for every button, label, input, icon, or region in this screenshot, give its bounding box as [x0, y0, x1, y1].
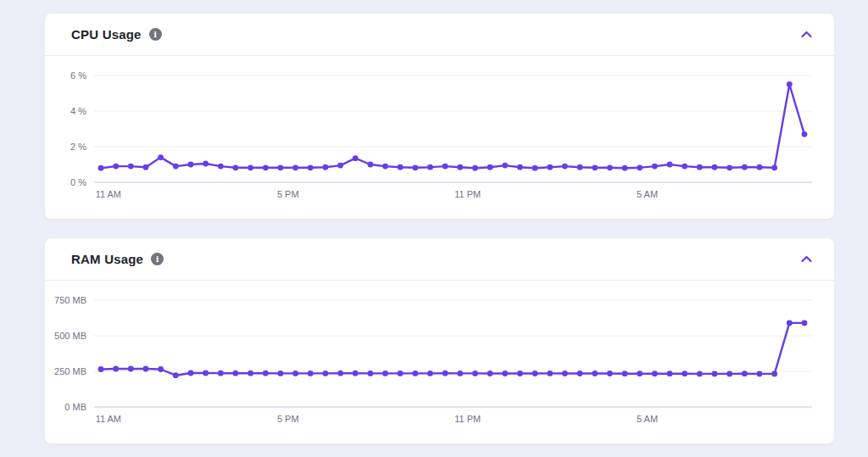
- chevron-up-icon: [801, 255, 812, 263]
- cpu-usage-card: CPU Usage i 0 %2 %4 %6 %11 AM5 PM11 PM5 …: [44, 13, 835, 220]
- ram-collapse-button[interactable]: [798, 252, 815, 266]
- data-point: [173, 164, 179, 170]
- chevron-up-icon: [801, 31, 812, 38]
- data-point: [517, 371, 523, 376]
- data-point: [562, 371, 568, 376]
- data-point: [203, 161, 209, 167]
- data-line: [101, 323, 804, 376]
- data-point: [382, 164, 388, 170]
- data-point: [652, 164, 658, 170]
- data-point: [712, 371, 718, 377]
- data-point: [368, 162, 374, 168]
- data-point: [308, 164, 314, 170]
- data-point: [263, 164, 269, 170]
- data-point: [98, 165, 104, 171]
- data-point: [457, 164, 463, 170]
- y-tick-label: 0 %: [70, 177, 86, 187]
- data-point: [143, 366, 149, 372]
- data-point: [158, 366, 164, 372]
- data-point: [472, 371, 478, 376]
- cpu-usage-chart: 0 %2 %4 %6 %11 AM5 PM11 PM5 AM: [45, 57, 836, 218]
- data-point: [787, 81, 793, 87]
- data-point: [457, 371, 463, 376]
- data-point: [218, 371, 224, 376]
- data-point: [637, 164, 643, 170]
- data-point: [532, 165, 538, 171]
- data-point: [308, 371, 314, 376]
- x-tick-label: 11 PM: [454, 189, 481, 199]
- data-point: [442, 371, 448, 376]
- data-point: [323, 164, 329, 170]
- data-point: [562, 164, 568, 170]
- data-point: [757, 371, 763, 377]
- data-point: [398, 371, 403, 376]
- data-point: [353, 371, 359, 376]
- data-point: [233, 164, 239, 170]
- data-point: [726, 371, 732, 377]
- data-point: [607, 164, 613, 170]
- data-point: [173, 372, 179, 378]
- data-point: [413, 164, 419, 170]
- data-point: [248, 371, 253, 376]
- data-point: [771, 371, 777, 377]
- data-point: [368, 371, 374, 376]
- data-point: [427, 371, 433, 376]
- data-point: [547, 371, 553, 376]
- data-point: [697, 371, 703, 377]
- data-point: [802, 320, 808, 326]
- data-point: [682, 164, 687, 170]
- data-point: [697, 164, 703, 170]
- data-point: [742, 164, 748, 170]
- cpu-collapse-button[interactable]: [798, 27, 815, 42]
- data-point: [113, 366, 119, 372]
- info-icon[interactable]: i: [149, 28, 162, 41]
- data-point: [128, 164, 134, 170]
- data-point: [487, 164, 493, 170]
- data-point: [502, 371, 508, 376]
- data-point: [98, 366, 104, 372]
- data-point: [427, 164, 433, 170]
- data-point: [113, 164, 119, 170]
- y-tick-label: 500 MB: [54, 331, 86, 341]
- x-tick-label: 11 AM: [96, 189, 121, 199]
- data-point: [771, 164, 777, 170]
- data-point: [726, 164, 732, 170]
- data-point: [158, 154, 164, 160]
- data-point: [742, 371, 748, 376]
- cpu-card-header: CPU Usage i: [45, 14, 834, 56]
- x-tick-label: 11 AM: [96, 414, 121, 424]
- data-point: [382, 371, 388, 376]
- data-point: [292, 371, 298, 376]
- data-point: [413, 371, 419, 376]
- info-icon[interactable]: i: [151, 253, 164, 265]
- data-point: [188, 162, 194, 168]
- data-point: [128, 366, 134, 372]
- y-tick-label: 6 %: [70, 70, 86, 81]
- data-point: [682, 371, 687, 376]
- data-point: [637, 371, 643, 376]
- data-line: [101, 85, 804, 169]
- ram-card-title: RAM Usage: [71, 252, 143, 266]
- data-point: [337, 371, 343, 376]
- data-point: [577, 164, 583, 170]
- ram-usage-chart: 0 MB250 MB500 MB750 MB11 AM5 PM11 PM5 AM: [45, 281, 836, 443]
- data-point: [188, 371, 194, 376]
- data-point: [757, 164, 763, 170]
- data-point: [218, 164, 224, 170]
- data-point: [622, 371, 628, 376]
- y-tick-label: 2 %: [70, 142, 86, 152]
- x-tick-label: 5 PM: [277, 189, 299, 199]
- ram-card-header: RAM Usage i: [45, 238, 834, 281]
- ram-usage-card: RAM Usage i 0 MB250 MB500 MB750 MB11 AM5…: [44, 237, 835, 444]
- data-point: [337, 163, 343, 169]
- y-tick-label: 250 MB: [54, 366, 86, 376]
- cpu-card-title: CPU Usage: [71, 27, 142, 42]
- data-point: [802, 131, 808, 137]
- data-point: [292, 164, 298, 170]
- data-point: [353, 155, 359, 161]
- data-point: [323, 371, 329, 376]
- data-point: [607, 371, 613, 376]
- data-point: [248, 164, 253, 170]
- data-point: [263, 371, 269, 376]
- data-point: [577, 371, 583, 376]
